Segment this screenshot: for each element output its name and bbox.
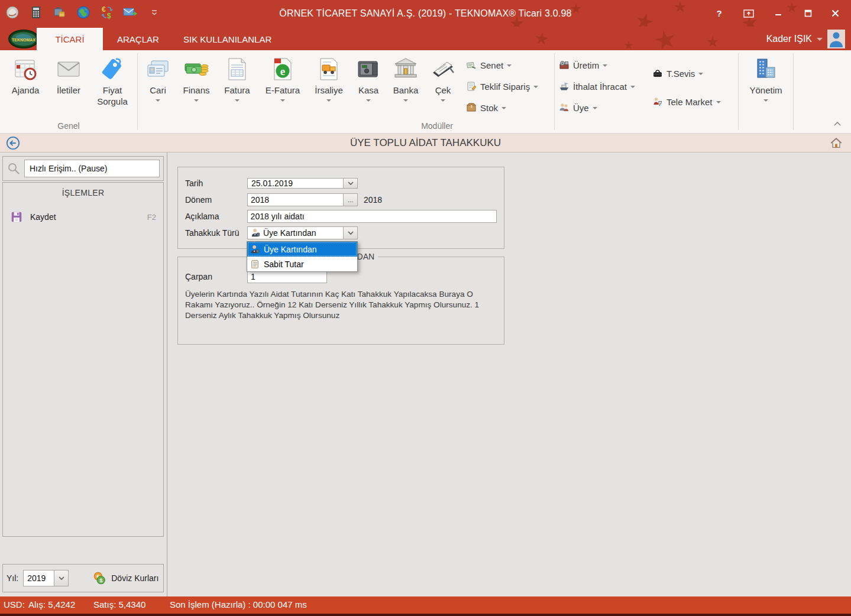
ribbon-button-stok[interactable]: Stok	[466, 99, 538, 116]
star-decoration	[707, 36, 719, 48]
pin-window-icon	[743, 9, 754, 18]
ribbon-button-ajanda[interactable]: Ajanda	[5, 54, 46, 118]
member-icon	[250, 228, 261, 238]
ribbon-button-yonetim[interactable]: Yönetim	[743, 54, 789, 118]
ribbon-tab-bar: TEKNOMAX TİCARİ ARAÇLAR SIK KULLANILANLA…	[0, 27, 851, 50]
tab-sik-kullanilanlar[interactable]: SIK KULLANILANLAR	[170, 28, 284, 50]
ribbon-separator	[793, 53, 794, 130]
teknomax-logo[interactable]: TEKNOMAX	[8, 28, 40, 48]
year-label: Yıl:	[7, 573, 18, 583]
ribbon-button-fiyat-sorgula[interactable]: Fiyat Sorgula	[90, 54, 135, 118]
islemler-header: İŞLEMLER	[3, 183, 163, 197]
cari-icon	[145, 54, 171, 85]
ribbon-button-kasa[interactable]: Kasa	[351, 54, 386, 118]
dropdown-option-uye-kartindan[interactable]: Üye Kartından	[247, 242, 357, 257]
ribbon-button-fatura[interactable]: Fatura	[218, 54, 257, 118]
currency-rates-button[interactable]: €$ Döviz Kurları	[92, 571, 158, 585]
ribbon-button-banka[interactable]: Banka	[387, 54, 425, 118]
donem-label: Dönem	[185, 195, 247, 205]
donem-input[interactable]	[247, 193, 343, 206]
banka-icon	[393, 54, 419, 85]
tahakkuk-turu-value: Üye Kartından	[263, 228, 316, 238]
ribbon-collapse-button[interactable]	[833, 119, 842, 128]
home-button[interactable]	[830, 137, 843, 150]
minimize-button[interactable]	[765, 0, 792, 27]
minimize-icon	[775, 10, 782, 17]
chevron-down-icon	[366, 99, 371, 102]
ribbon: Ajanda İletiler Fiyat Sorgula Genel Cari…	[0, 50, 851, 134]
chevron-down-icon	[716, 101, 721, 103]
search-input[interactable]	[24, 160, 160, 177]
status-buy-rate: Alış: 5,4242	[28, 599, 75, 609]
ribbon-button-cek[interactable]: Çek	[427, 54, 459, 118]
ribbon-button-finans[interactable]: Finans	[176, 54, 216, 118]
close-icon	[831, 9, 839, 17]
window-bottom-edge	[0, 614, 851, 616]
ribbon-button-tele-market[interactable]: Tele Market	[652, 93, 721, 111]
fiyat-sorgula-icon	[99, 54, 125, 85]
home-icon	[830, 137, 843, 150]
chevron-down-icon	[763, 99, 768, 102]
status-bar: USD: Alış: 5,4242 Satış: 5,4340 Son İşle…	[0, 596, 851, 614]
chevron-down-icon	[817, 38, 823, 41]
form-area: Tarih 25.01.2019 Dönem ... 2018 Açıklama…	[168, 153, 851, 596]
ribbon-button-ithalat-ihracat[interactable]: İthalat İhracat	[559, 77, 635, 95]
tarih-combobox[interactable]: 25.01.2019	[247, 178, 358, 189]
dropdown-option-sabit-tutar[interactable]: Sabit Tutar	[247, 257, 357, 271]
tab-araclar[interactable]: ARAÇLAR	[104, 28, 172, 50]
chevron-up-icon	[833, 121, 842, 127]
ribbon-group-genel-label: Genel	[0, 121, 137, 131]
donem-suffix: 2018	[364, 195, 382, 205]
doviz-icon: €$	[92, 571, 106, 585]
chevron-down-icon	[156, 99, 160, 102]
senet-icon	[466, 60, 477, 70]
ribbon-group-moduller-label: Modüller	[137, 121, 737, 131]
chevron-down-icon	[343, 178, 358, 189]
irsaliye-icon	[316, 54, 342, 85]
tahakkuk-turu-dropdown: Üye Kartından Sabit Tutar	[247, 241, 358, 272]
page-title: ÜYE TOPLU AİDAT TAHAKKUKU	[0, 134, 851, 153]
star-decoration	[624, 41, 633, 50]
tsevis-icon	[652, 68, 663, 79]
year-value: 2019	[23, 570, 54, 586]
user-menu[interactable]: Kader IŞIK	[766, 28, 845, 50]
chevron-down-icon	[593, 107, 597, 109]
ribbon-button-iletiler[interactable]: İletiler	[47, 54, 90, 118]
chevron-down-icon	[533, 86, 538, 88]
ribbon-button-senet[interactable]: Senet	[466, 56, 538, 74]
tab-ticari[interactable]: TİCARİ	[37, 28, 103, 50]
year-combobox[interactable]: 2019	[23, 570, 69, 586]
donem-browse-button[interactable]: ...	[343, 193, 358, 206]
chevron-down-icon	[235, 99, 240, 102]
close-button[interactable]	[821, 0, 849, 27]
tele-market-icon	[652, 96, 663, 107]
ribbon-button-uye[interactable]: Üye	[559, 99, 635, 116]
ribbon-button-efatura[interactable]: e E-Fatura	[260, 54, 305, 118]
chevron-down-icon	[441, 99, 445, 102]
chevron-down-icon	[501, 107, 506, 109]
quick-access-search	[2, 156, 164, 181]
aciklama-input[interactable]	[247, 210, 497, 223]
sidebar-footer: Yıl: 2019 €$ Döviz Kurları	[2, 564, 164, 592]
help-button[interactable]: ?	[706, 0, 733, 27]
ribbon-button-irsaliye[interactable]: İrsaliye	[309, 54, 349, 118]
tahakkuk-turu-combobox[interactable]: Üye Kartından	[247, 226, 358, 239]
uye-icon	[559, 102, 570, 113]
ribbon-button-tsevis[interactable]: T.Sevis	[652, 64, 721, 82]
chevron-down-icon	[507, 64, 512, 67]
svg-text:TEKNOMAX: TEKNOMAX	[12, 38, 35, 42]
maximize-button[interactable]	[794, 0, 821, 27]
title-bar: €$ ÖRNEK TİCARET SANAYİ A.Ş. (2019) - TE…	[0, 0, 851, 27]
carpan-input[interactable]	[247, 270, 327, 283]
kasa-icon	[355, 54, 381, 85]
ribbon-button-teklif-siparis[interactable]: Teklif Sipariş	[466, 77, 538, 95]
ribbon-button-cari[interactable]: Cari	[141, 54, 175, 118]
carpan-description: Üyelerin Kartında Yazılı Aidat Tutarının…	[185, 289, 500, 321]
ribbon-button-uretim[interactable]: Üretim	[559, 56, 635, 74]
avatar-icon	[827, 30, 845, 48]
chevron-down-icon	[343, 226, 358, 239]
chevron-down-icon	[194, 99, 199, 102]
ribbon-separator	[137, 53, 138, 130]
pin-window-button[interactable]	[735, 0, 762, 27]
save-button[interactable]: Kaydet F2	[3, 207, 163, 227]
